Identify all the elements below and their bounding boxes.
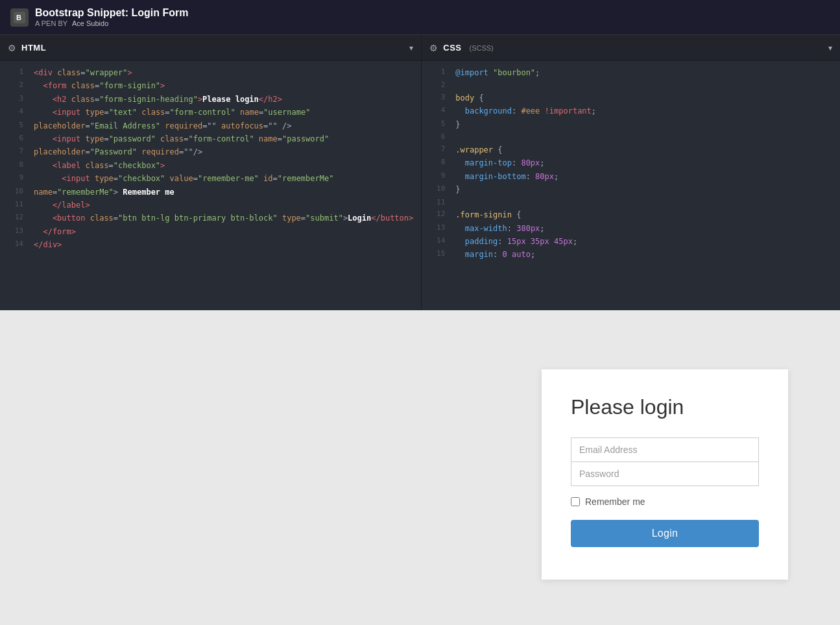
line-number: 15 <box>429 248 445 261</box>
css-code-area[interactable]: 1@import "bourbon";23body {4 background:… <box>422 61 840 310</box>
code-line: 2 <box>422 79 840 92</box>
line-number: 8 <box>429 156 445 169</box>
line-content: </label> <box>34 199 413 212</box>
code-line: 6 <input type="password" class="form-con… <box>0 132 421 145</box>
code-line: 7placeholder="Password" required=""/> <box>0 145 421 158</box>
line-number: 9 <box>429 170 445 183</box>
code-line: 15 margin: 0 auto; <box>422 248 840 261</box>
line-content: <h2 class="form-signin-heading">Please l… <box>34 93 413 106</box>
line-number: 13 <box>8 225 23 238</box>
line-number: 11 <box>429 197 445 209</box>
line-number: 6 <box>429 131 445 143</box>
line-content: } <box>455 183 832 196</box>
line-number: 14 <box>429 235 445 248</box>
css-panel: ⚙ CSS (SCSS) ▾ 1@import "bourbon";23body… <box>422 35 840 310</box>
editor-area: ⚙ HTML ▾ 1<div class="wrapper">2 <form c… <box>0 35 840 310</box>
code-line: 3 <h2 class="form-signin-heading">Please… <box>0 93 421 106</box>
html-panel-header-left: ⚙ HTML <box>8 43 46 53</box>
css-panel-header-left: ⚙ CSS (SCSS) <box>429 43 494 53</box>
line-number: 10 <box>8 186 23 199</box>
line-number: 13 <box>429 222 445 235</box>
remember-me-checkbox[interactable] <box>571 497 580 506</box>
top-bar: B Bootstrap Snippet: Login Form A PEN BY… <box>0 0 840 35</box>
line-number: 12 <box>429 208 445 221</box>
css-panel-collapse-button[interactable]: ▾ <box>828 43 832 53</box>
login-card: Please login Remember me Login <box>542 369 788 580</box>
html-panel-collapse-button[interactable]: ▾ <box>409 43 413 53</box>
code-line: 1@import "bourbon"; <box>422 66 840 79</box>
login-button[interactable]: Login <box>571 520 759 547</box>
code-line: 5} <box>422 118 840 131</box>
remember-me-row: Remember me <box>571 496 759 507</box>
css-panel-sublabel: (SCSS) <box>470 44 494 52</box>
code-line: 5placeholder="Email Address" required=""… <box>0 119 421 132</box>
line-content: <form class="form-signin"> <box>34 79 413 92</box>
line-number: 7 <box>429 143 445 156</box>
remember-me-label[interactable]: Remember me <box>585 496 645 507</box>
line-content: .wrapper { <box>455 143 832 156</box>
line-number: 6 <box>8 132 23 145</box>
line-content: </div> <box>34 238 413 251</box>
line-number: 2 <box>429 79 445 92</box>
code-line: 12.form-signin { <box>422 208 840 221</box>
line-content: placeholder="Password" required=""/> <box>34 145 413 158</box>
line-number: 1 <box>8 66 23 79</box>
line-number: 1 <box>429 66 445 79</box>
line-number: 12 <box>8 212 23 225</box>
css-panel-header: ⚙ CSS (SCSS) ▾ <box>422 35 840 61</box>
line-number: 3 <box>8 93 23 106</box>
code-line: 11 </label> <box>0 199 421 212</box>
line-content: padding: 15px 35px 45px; <box>455 235 832 248</box>
line-content <box>455 197 832 209</box>
line-number: 8 <box>8 159 23 172</box>
code-line: 10} <box>422 183 840 196</box>
line-content: <div class="wrapper"> <box>34 66 413 79</box>
code-line: 1<div class="wrapper"> <box>0 66 421 79</box>
css-gear-icon[interactable]: ⚙ <box>429 43 438 53</box>
code-line: 14</div> <box>0 238 421 251</box>
line-content: <input type="password" class="form-contr… <box>34 132 413 145</box>
html-code-area[interactable]: 1<div class="wrapper">2 <form class="for… <box>0 61 421 310</box>
preview-area: Please login Remember me Login <box>0 310 840 625</box>
code-line: 13 </form> <box>0 225 421 238</box>
line-content: background: #eee !important; <box>455 104 832 117</box>
line-number: 14 <box>8 238 23 251</box>
html-panel-header: ⚙ HTML ▾ <box>0 35 421 61</box>
html-panel-label: HTML <box>21 43 46 53</box>
code-line: 14 padding: 15px 35px 45px; <box>422 235 840 248</box>
line-content: placeholder="Email Address" required="" … <box>34 119 413 132</box>
code-line: 3body { <box>422 92 840 104</box>
line-number: 5 <box>8 119 23 132</box>
line-content: body { <box>455 92 832 104</box>
code-line: 11 <box>422 197 840 209</box>
line-content: margin-bottom: 80px; <box>455 170 832 183</box>
header-info: Bootstrap Snippet: Login Form A PEN BY A… <box>35 7 188 27</box>
line-content: @import "bourbon"; <box>455 66 832 79</box>
code-line: 7.wrapper { <box>422 143 840 156</box>
line-content: <input type="text" class="form-control" … <box>34 106 413 119</box>
line-number: 5 <box>429 118 445 131</box>
line-content: margin: 0 auto; <box>455 248 832 261</box>
line-content: </form> <box>34 225 413 238</box>
author-info: A PEN BY Ace Subido <box>35 19 188 27</box>
code-line: 4 <input type="text" class="form-control… <box>0 106 421 119</box>
login-title: Please login <box>571 395 759 419</box>
line-number: 10 <box>429 183 445 196</box>
line-number: 4 <box>429 104 445 117</box>
code-line: 10name="rememberMe"> Remember me <box>0 186 421 199</box>
line-content: <label class="checkbox"> <box>34 159 413 172</box>
svg-text:B: B <box>16 14 21 21</box>
line-content <box>455 79 832 92</box>
code-line: 8 <label class="checkbox"> <box>0 159 421 172</box>
password-input[interactable] <box>571 461 759 486</box>
email-input[interactable] <box>571 437 759 461</box>
line-content: <input type="checkbox" value="remember-m… <box>34 172 413 185</box>
code-line: 8 margin-top: 80px; <box>422 156 840 169</box>
code-line: 12 <button class="btn btn-lg btn-primary… <box>0 212 421 225</box>
html-gear-icon[interactable]: ⚙ <box>8 43 16 53</box>
code-line: 6 <box>422 131 840 143</box>
line-content: margin-top: 80px; <box>455 156 832 169</box>
code-line: 13 max-width: 380px; <box>422 222 840 235</box>
code-line: 2 <form class="form-signin"> <box>0 79 421 92</box>
line-content: name="rememberMe"> Remember me <box>34 186 413 199</box>
